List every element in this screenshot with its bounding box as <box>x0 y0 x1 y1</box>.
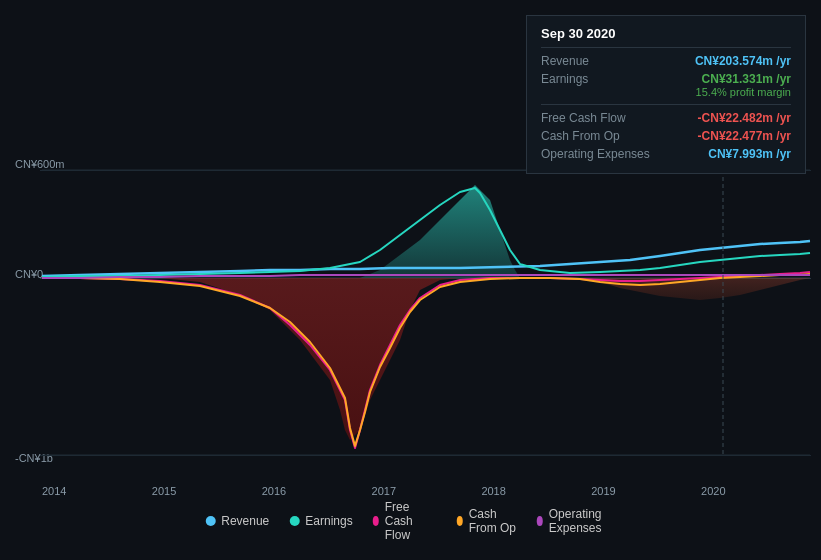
tooltip-opex-row: Operating Expenses CN¥7.993m /yr <box>541 145 791 163</box>
tooltip-profit-margin: 15.4% profit margin <box>541 86 791 100</box>
legend-earnings[interactable]: Earnings <box>289 514 352 528</box>
legend-cashfromop-dot <box>457 516 463 526</box>
legend-fcf[interactable]: Free Cash Flow <box>373 500 437 542</box>
legend-earnings-dot <box>289 516 299 526</box>
x-label-2016: 2016 <box>262 485 286 497</box>
legend-fcf-label: Free Cash Flow <box>385 500 437 542</box>
tooltip-cashfromop-row: Cash From Op -CN¥22.477m /yr <box>541 127 791 145</box>
legend-cashfromop-label: Cash From Op <box>469 507 517 535</box>
tooltip-fcf-value: -CN¥22.482m /yr <box>698 111 791 125</box>
x-label-2020: 2020 <box>701 485 725 497</box>
tooltip-earnings-label: Earnings <box>541 72 661 86</box>
tooltip-earnings-value: CN¥31.331m /yr <box>702 72 791 86</box>
tooltip-fcf-row: Free Cash Flow -CN¥22.482m /yr <box>541 109 791 127</box>
x-label-2018: 2018 <box>481 485 505 497</box>
tooltip-revenue-row: Revenue CN¥203.574m /yr <box>541 52 791 70</box>
tooltip-opex-label: Operating Expenses <box>541 147 661 161</box>
legend: Revenue Earnings Free Cash Flow Cash Fro… <box>205 500 616 542</box>
legend-opex-dot <box>537 516 543 526</box>
tooltip-cashfromop-label: Cash From Op <box>541 129 661 143</box>
tooltip-opex-value: CN¥7.993m /yr <box>708 147 791 161</box>
legend-revenue-dot <box>205 516 215 526</box>
x-label-2014: 2014 <box>42 485 66 497</box>
tooltip-revenue-value: CN¥203.574m /yr <box>695 54 791 68</box>
legend-fcf-dot <box>373 516 379 526</box>
tooltip-fcf-label: Free Cash Flow <box>541 111 661 125</box>
tooltip-revenue-label: Revenue <box>541 54 661 68</box>
legend-revenue-label: Revenue <box>221 514 269 528</box>
x-label-2019: 2019 <box>591 485 615 497</box>
legend-opex[interactable]: Operating Expenses <box>537 507 616 535</box>
legend-revenue[interactable]: Revenue <box>205 514 269 528</box>
x-label-2017: 2017 <box>372 485 396 497</box>
legend-opex-label: Operating Expenses <box>549 507 616 535</box>
legend-cashfromop[interactable]: Cash From Op <box>457 507 517 535</box>
tooltip-cashfromop-value: -CN¥22.477m /yr <box>698 129 791 143</box>
x-label-2015: 2015 <box>152 485 176 497</box>
legend-earnings-label: Earnings <box>305 514 352 528</box>
tooltip-date: Sep 30 2020 <box>541 26 791 41</box>
tooltip-card: Sep 30 2020 Revenue CN¥203.574m /yr Earn… <box>526 15 806 174</box>
